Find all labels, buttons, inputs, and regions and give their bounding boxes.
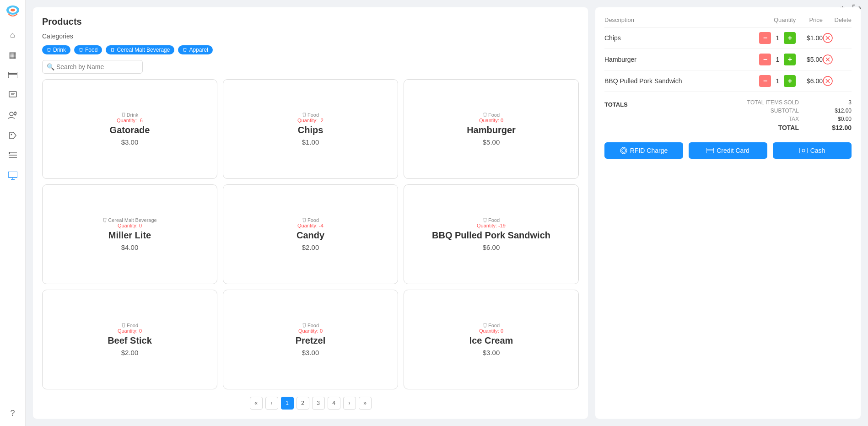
qty-value-chips: 1 <box>774 34 781 42</box>
order-row-hamburger: Hamburger − 1 + $5.00 <box>604 49 852 70</box>
rfid-charge-button[interactable]: RFID Charge <box>604 142 683 159</box>
search-icon: 🔍 <box>47 63 54 70</box>
totals-label: TOTALS <box>604 99 747 131</box>
col-quantity: Quantity <box>734 16 796 27</box>
product-card-bbq[interactable]: Food Quantity: -19 BBQ Pulled Pork Sandw… <box>404 184 579 284</box>
product-price: $3.00 <box>483 349 500 356</box>
totals-line-subtotal: SUBTOTAL $12.00 <box>771 108 852 114</box>
search-row: 🔍 <box>42 60 579 74</box>
order-item-price: $5.00 <box>796 49 823 70</box>
product-name: Chips <box>298 125 323 135</box>
product-price: $3.00 <box>302 349 319 356</box>
order-item-name: Chips <box>604 27 734 49</box>
credit-card-button[interactable]: Credit Card <box>689 142 767 159</box>
product-category: Food <box>483 323 500 328</box>
product-card-chips[interactable]: Food Quantity: -2 Chips $1.00 <box>223 79 398 179</box>
page-4[interactable]: 4 <box>328 397 340 410</box>
svg-point-31 <box>622 149 625 152</box>
sidebar-item-profile[interactable] <box>4 86 22 104</box>
product-quantity: Quantity: -6 <box>117 118 143 123</box>
product-category: Food <box>483 112 500 118</box>
svg-rect-3 <box>8 72 17 78</box>
sidebar-item-dashboard[interactable]: ▦ <box>4 46 22 64</box>
product-name: Ice Cream <box>469 335 513 346</box>
qty-minus-bbq[interactable]: − <box>759 75 771 87</box>
page-prev[interactable]: ‹ <box>265 397 278 410</box>
category-apparel[interactable]: Apparel <box>178 45 212 54</box>
product-card-hamburger[interactable]: Food Quantity: 0 Hamburger $5.00 <box>404 79 579 179</box>
product-card-gatorade[interactable]: Drink Quantity: -6 Gatorade $3.00 <box>42 79 217 179</box>
page-first[interactable]: « <box>250 397 263 410</box>
total-items-value: 3 <box>826 99 852 106</box>
search-wrapper: 🔍 <box>42 60 143 74</box>
product-name: BBQ Pulled Pork Sandwich <box>432 230 550 241</box>
qty-plus-chips[interactable]: + <box>784 32 796 44</box>
payment-buttons: RFID Charge Credit Card Cash <box>604 142 852 159</box>
svg-point-36 <box>802 149 805 152</box>
product-card-beef-stick[interactable]: Food Quantity: 0 Beef Stick $2.00 <box>42 290 217 389</box>
svg-rect-4 <box>8 73 17 75</box>
delete-chips[interactable] <box>823 33 833 43</box>
totals-area: TOTALS TOTAL ITEMS SOLD 3 SUBTOTAL $12.0… <box>604 99 852 131</box>
qty-value-hamburger: 1 <box>774 56 781 63</box>
sidebar-item-card[interactable] <box>4 66 22 84</box>
order-row-chips: Chips − 1 + $1.00 <box>604 27 852 49</box>
search-input[interactable] <box>42 60 143 74</box>
total-items-label: TOTAL ITEMS SOLD <box>747 99 799 106</box>
sidebar-item-monitor[interactable] <box>4 167 22 185</box>
order-row-bbq: BBQ Pulled Pork Sandwich − 1 + $6.00 <box>604 70 852 92</box>
order-item-delete-cell <box>823 27 852 49</box>
sidebar-item-users-settings[interactable] <box>4 106 22 124</box>
qty-minus-hamburger[interactable]: − <box>759 54 771 65</box>
sidebar-item-help[interactable]: ? <box>4 404 22 422</box>
sidebar-item-home[interactable]: ⌂ <box>4 26 22 44</box>
sidebar-item-list[interactable] <box>4 146 22 165</box>
product-card-ice-cream[interactable]: Food Quantity: 0 Ice Cream $3.00 <box>404 290 579 389</box>
product-quantity: Quantity: 0 <box>118 328 142 334</box>
category-cereal-malt[interactable]: Cereal Malt Beverage <box>106 45 174 54</box>
order-item-name: BBQ Pulled Pork Sandwich <box>604 70 734 92</box>
page-1[interactable]: 1 <box>281 397 294 410</box>
order-item-qty-cell: − 1 + <box>734 70 796 92</box>
product-category: Cereal Malt Beverage <box>102 217 156 223</box>
totals-right: TOTAL ITEMS SOLD 3 SUBTOTAL $12.00 TAX $… <box>747 99 852 131</box>
tax-value: $0.00 <box>826 116 852 122</box>
order-item-delete-cell <box>823 49 852 70</box>
svg-rect-17 <box>9 152 10 154</box>
page-2[interactable]: 2 <box>297 397 309 410</box>
products-title: Products <box>42 16 579 27</box>
category-drink[interactable]: Drink <box>42 45 70 54</box>
sidebar-item-tag[interactable] <box>4 126 22 145</box>
totals-line-tax: TAX $0.00 <box>789 116 852 122</box>
product-card-candy[interactable]: Food Quantity: -4 Candy $2.00 <box>223 184 398 284</box>
product-card-pretzel[interactable]: Food Quantity: 0 Pretzel $3.00 <box>223 290 398 389</box>
page-next[interactable]: › <box>343 397 356 410</box>
qty-plus-bbq[interactable]: + <box>784 75 796 87</box>
order-item-qty-cell: − 1 + <box>734 49 796 70</box>
product-price: $1.00 <box>302 138 319 146</box>
delete-hamburger[interactable] <box>823 54 833 65</box>
products-panel: Products Categories Drink Food Cereal Ma… <box>33 7 588 419</box>
total-label: TOTAL <box>778 124 799 131</box>
qty-plus-hamburger[interactable]: + <box>784 54 796 65</box>
qty-value-bbq: 1 <box>774 77 781 85</box>
svg-point-2 <box>11 9 15 11</box>
product-category: Food <box>302 323 319 328</box>
product-category: Drink <box>121 112 139 118</box>
totals-line-total: TOTAL $12.00 <box>778 124 852 131</box>
product-name: Gatorade <box>110 125 150 135</box>
cash-button[interactable]: Cash <box>773 142 852 159</box>
product-price: $6.00 <box>483 243 500 251</box>
qty-minus-chips[interactable]: − <box>759 32 771 44</box>
page-3[interactable]: 3 <box>312 397 325 410</box>
product-category: Food <box>121 323 138 328</box>
page-last[interactable]: » <box>359 397 372 410</box>
tax-label: TAX <box>789 116 799 122</box>
categories-row: Drink Food Cereal Malt Beverage Apparel <box>42 45 579 54</box>
delete-bbq[interactable] <box>823 76 833 86</box>
categories-label: Categories <box>42 32 579 40</box>
product-card-miller-lite[interactable]: Cereal Malt Beverage Quantity: 0 Miller … <box>42 184 217 284</box>
product-name: Miller Lite <box>108 230 151 241</box>
product-quantity: Quantity: 0 <box>118 223 142 228</box>
category-food[interactable]: Food <box>74 45 102 54</box>
